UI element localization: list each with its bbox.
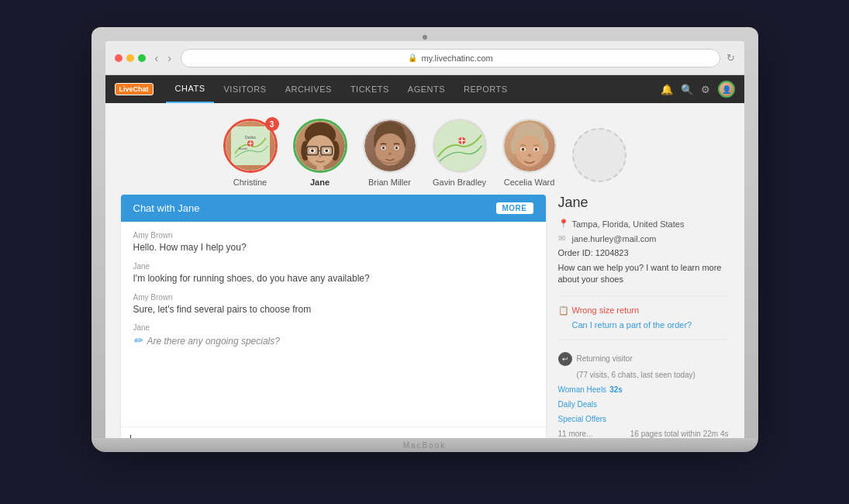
returning-row: ↩ Returning visitor [558, 352, 729, 366]
visitor-gavin[interactable]: Gavin Bradley [433, 119, 487, 187]
browser-nav: ‹ › [152, 50, 174, 66]
notification-icon[interactable]: 🔔 [661, 84, 673, 95]
wrong-size-link[interactable]: Wrong size return [572, 306, 640, 315]
pages-row: 11 more... 16 pages total within 22m 4s [558, 430, 729, 438]
brian-name: Brian Miller [368, 178, 411, 187]
gavin-name: Gavin Bradley [433, 178, 486, 187]
message-1: Amy Brown Hello. How may I help you? [133, 231, 533, 254]
nav-visitors[interactable]: VISITORS [214, 75, 275, 103]
cecelia-name: Cecelia Ward [504, 178, 555, 187]
message-text-4: ✏ Are there any ongoing specials? [133, 333, 533, 349]
search-icon[interactable]: 🔍 [681, 84, 693, 95]
visitor-brian[interactable]: Brian Miller [363, 119, 417, 187]
visitor-cecelia[interactable]: Cecelia Ward [502, 119, 557, 187]
info-panel: Jane 📍 Tampa, Florida, United States ✉ j… [558, 195, 729, 438]
maximize-button[interactable] [138, 54, 146, 62]
brian-face [364, 120, 416, 171]
visitor-carousel: Dallas Austin 3 Christine [105, 103, 744, 195]
returning-label: Returning visitor [577, 354, 633, 363]
christine-name: Christine [233, 178, 267, 187]
tag-daily-deals[interactable]: Daily Deals [558, 400, 598, 409]
nav-reports[interactable]: REPORTS [454, 75, 516, 103]
chat-cursor [130, 435, 131, 438]
nav-right: 🔔 🔍 ⚙ 👤 [661, 81, 735, 98]
cecelia-avatar [502, 119, 557, 173]
cecelia-avatar-wrapper [502, 119, 557, 173]
tag-special-offers[interactable]: Special Offers [558, 415, 607, 423]
visitor-info-name: Jane [558, 195, 729, 211]
pages-count-right: 32s [609, 385, 623, 394]
laptop-body: ‹ › 🔒 my.livechatinc.com ↻ LiveChat CHAT… [91, 27, 758, 438]
svg-point-39 [527, 154, 531, 157]
address-bar[interactable]: 🔒 my.livechatinc.com [181, 49, 720, 67]
svg-point-26 [395, 147, 397, 149]
info-divider-2 [558, 339, 729, 340]
back-button[interactable]: ‹ [152, 50, 162, 66]
message-3: Amy Brown Sure, let's find several pairs… [133, 293, 533, 316]
nav-tickets[interactable]: TICKETS [341, 75, 399, 103]
chat-input-area[interactable] [121, 426, 546, 438]
gavin-avatar-wrapper [433, 119, 487, 173]
tag-row-2: Daily Deals [558, 400, 729, 409]
nav-agents[interactable]: AGENTS [399, 75, 454, 103]
svg-point-25 [381, 147, 384, 149]
laptop-base: MacBook [91, 438, 758, 452]
gavin-avatar [433, 119, 487, 173]
visitor-christine[interactable]: Dallas Austin 3 Christine [223, 119, 278, 187]
cecelia-face [504, 120, 555, 171]
message-4: Jane ✏ Are there any ongoing specials? [133, 323, 533, 349]
canned-icon: 📋 [558, 306, 568, 316]
svg-point-37 [521, 148, 524, 151]
brian-avatar-wrapper [363, 119, 417, 173]
tag-row: Woman Heels 32s [558, 385, 729, 394]
pages-label: 16 pages total within 22m 4s [630, 430, 729, 438]
close-button[interactable] [115, 54, 123, 62]
typing-text: Are there any ongoing specials? [147, 335, 280, 348]
refresh-button[interactable]: ↻ [726, 52, 735, 64]
visitor-jane[interactable]: Jane [293, 119, 347, 187]
typing-icon: ✏ [133, 333, 143, 349]
laptop-container: ‹ › 🔒 my.livechatinc.com ↻ LiveChat CHAT… [91, 27, 758, 477]
chat-header-title: Chat with Jane [133, 202, 200, 214]
empty-avatar [572, 128, 626, 182]
message-text-2: I'm looking for running shoes, do you ha… [133, 272, 533, 285]
svg-point-16 [319, 155, 322, 157]
email-icon: ✉ [558, 233, 568, 243]
location-icon: 📍 [558, 219, 568, 229]
forward-button[interactable]: › [164, 50, 174, 66]
chat-main: Chat with Jane MORE Amy Brown Hello. How… [105, 195, 744, 438]
app-nav: LiveChat CHATS VISITORS ARCHIVES TICKETS… [105, 75, 744, 103]
sender-amy-2: Amy Brown [133, 293, 533, 302]
laptop-brand: MacBook [403, 441, 447, 450]
location-text: Tampa, Florida, United States [572, 219, 685, 229]
chat-header: Chat with Jane MORE [121, 195, 546, 222]
message-text-3: Sure, let's find several pairs to choose… [133, 303, 533, 316]
user-avatar[interactable]: 👤 [718, 81, 735, 98]
svg-point-34 [516, 136, 544, 167]
settings-icon[interactable]: ⚙ [701, 84, 710, 95]
sender-amy-1: Amy Brown [133, 231, 533, 240]
christine-avatar-wrapper: Dallas Austin 3 [223, 119, 278, 173]
url-text: my.livechatinc.com [422, 54, 493, 63]
empty-avatar-wrapper [572, 128, 626, 182]
svg-point-27 [388, 152, 392, 155]
tag-woman-heels[interactable]: Woman Heels [558, 385, 607, 394]
nav-chats[interactable]: CHATS [166, 75, 215, 103]
app-content: Dallas Austin 3 Christine [105, 103, 744, 438]
browser-chrome: ‹ › 🔒 my.livechatinc.com ↻ [105, 41, 744, 75]
logo-badge: LiveChat [115, 83, 154, 95]
email-row: ✉ jane.hurley@mail.com [558, 233, 729, 243]
return-order-link[interactable]: Can I return a part of the order? [572, 320, 692, 330]
window-controls [115, 54, 146, 62]
message-text-1: Hello. How may I help you? [133, 241, 533, 254]
tag-row-3: Special Offers [558, 415, 729, 423]
jane-name: Jane [310, 178, 330, 187]
email-text: jane.hurley@mail.com [572, 234, 657, 243]
nav-archives[interactable]: ARCHIVES [276, 75, 341, 103]
minimize-button[interactable] [126, 54, 134, 62]
chat-panel: Chat with Jane MORE Amy Brown Hello. How… [121, 195, 546, 438]
sender-jane-2: Jane [133, 323, 533, 332]
more-button[interactable]: MORE [496, 202, 533, 214]
returning-icon: ↩ [558, 352, 572, 366]
svg-point-15 [325, 150, 328, 153]
